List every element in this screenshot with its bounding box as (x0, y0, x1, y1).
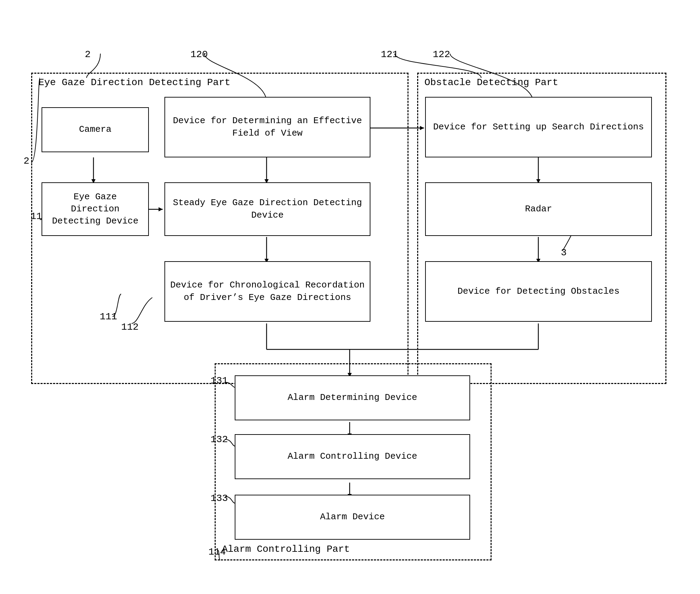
alarm-device-box: Alarm Device (235, 495, 470, 540)
alarm-section-label: Alarm Controlling Part (222, 544, 350, 555)
steady-eye-gaze-box: Steady Eye Gaze Direction Detecting Devi… (164, 182, 370, 236)
detecting-obstacles-box: Device for Detecting Obstacles (425, 261, 652, 322)
effective-field-box: Device for Determining an Effective Fiel… (164, 97, 370, 157)
ref-2: 2 (24, 156, 29, 166)
ref-110: 2 (85, 49, 91, 60)
camera-box: Camera (42, 107, 149, 152)
ref-113: 120 (190, 49, 208, 60)
eye-gaze-direction-box: Eye Gaze Direction Detecting Device (42, 182, 149, 236)
setup-search-box: Device for Setting up Search Directions (425, 97, 652, 157)
radar-box: Radar (425, 182, 652, 236)
chronological-box: Device for Chronological Recordation of … (164, 261, 370, 322)
alarm-controlling-box: Alarm Controlling Device (235, 434, 470, 479)
ref-120: 121 (381, 49, 398, 60)
ref-121: 122 (433, 49, 450, 60)
diagram-container: 2 120 121 122 2 3 110 111 112 113 114 13… (21, 28, 679, 574)
alarm-determining-box: Alarm Determining Device (235, 375, 470, 420)
obstacle-section-label: Obstacle Detecting Part (424, 77, 558, 88)
eye-gaze-section-label: Eye Gaze Direction Detecting Part (38, 77, 231, 88)
